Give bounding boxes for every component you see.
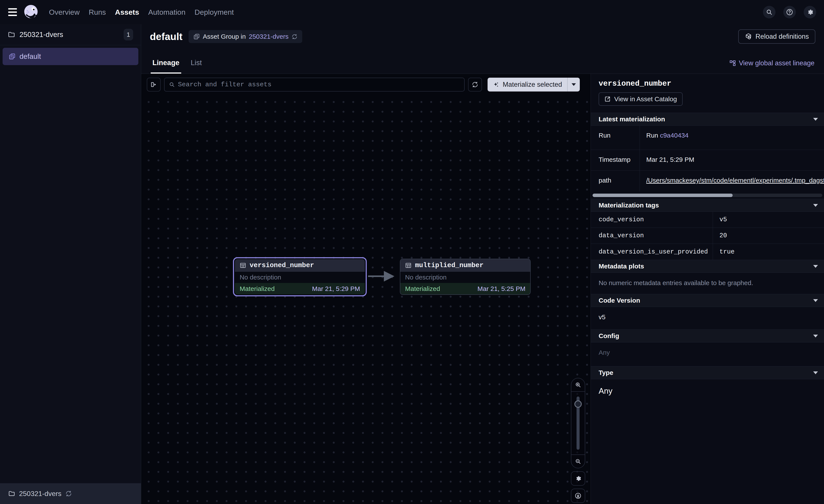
section-materialization-tags[interactable]: Materialization tags xyxy=(591,199,824,212)
view-global-asset-lineage-label: View global asset lineage xyxy=(739,59,815,67)
expand-panel-button[interactable] xyxy=(147,78,161,92)
top-nav: Overview Runs Assets Automation Deployme… xyxy=(0,0,824,24)
timestamp-row-label: Timestamp xyxy=(591,150,640,170)
nav-item-automation[interactable]: Automation xyxy=(148,8,186,16)
section-title: Latest materialization xyxy=(599,116,665,123)
sparkle-icon xyxy=(493,81,500,88)
zoom-in-icon xyxy=(575,382,581,388)
group-name: 250321-dvers xyxy=(19,30,63,39)
sidebar-item-label: default xyxy=(19,52,41,60)
materialized-status: Materialized xyxy=(240,285,275,292)
gear-icon[interactable] xyxy=(804,6,816,18)
latest-timestamp-row: Timestamp Mar 21, 5:29 PM xyxy=(591,150,824,171)
horizontal-scrollbar[interactable] xyxy=(593,194,822,197)
badge-group-link[interactable]: 250321-dvers xyxy=(249,33,288,40)
tab-list[interactable]: List xyxy=(189,52,204,74)
materialize-selected-label: Materialize selected xyxy=(503,81,562,89)
section-code-version[interactable]: Code Version xyxy=(591,294,824,307)
primary-nav: Overview Runs Assets Automation Deployme… xyxy=(49,8,234,16)
tab-lineage[interactable]: Lineage xyxy=(151,52,181,74)
badge-prefix: Asset Group in xyxy=(203,33,246,40)
zoom-in-button[interactable] xyxy=(571,378,585,392)
search-icon[interactable] xyxy=(763,6,776,18)
dagster-logo[interactable] xyxy=(23,4,39,20)
view-in-asset-catalog-label: View in Asset Catalog xyxy=(614,95,677,103)
code-version-value: v5 xyxy=(591,307,824,330)
section-metadata-plots[interactable]: Metadata plots xyxy=(591,260,824,273)
zoom-out-button[interactable] xyxy=(571,455,585,468)
section-latest-materialization[interactable]: Latest materialization xyxy=(591,113,824,126)
asset-node-versioned-number[interactable]: versioned_number No description Material… xyxy=(233,257,367,296)
page-header: default Asset Group in 250321-dvers xyxy=(141,24,824,49)
materialize-selected-button[interactable]: Materialize selected xyxy=(488,78,580,92)
scrollbar-thumb[interactable] xyxy=(593,194,733,197)
zoom-slider-thumb[interactable] xyxy=(575,400,582,408)
gear-icon xyxy=(575,475,582,482)
latest-path-row: path /Users/smackesey/stm/code/elementl/… xyxy=(591,171,824,192)
nav-item-overview[interactable]: Overview xyxy=(49,8,80,16)
refresh-graph-button[interactable] xyxy=(468,78,482,92)
code-location-name: 250321-dvers xyxy=(19,490,62,498)
nav-item-deployment[interactable]: Deployment xyxy=(195,8,234,16)
path-link[interactable]: /Users/smackesey/stm/code/elementl/exper… xyxy=(646,177,824,184)
section-config[interactable]: Config xyxy=(591,330,824,343)
asset-node-description: No description xyxy=(400,272,530,283)
section-title: Type xyxy=(599,369,613,376)
sidebar-item-default[interactable]: default xyxy=(3,48,138,65)
folder-icon xyxy=(8,490,15,497)
canvas-toolbar: Materialize selected xyxy=(141,74,591,95)
tag-row: data_version 20 xyxy=(591,228,824,244)
timestamp-value: Mar 21, 5:29 PM xyxy=(640,150,824,163)
menu-icon[interactable] xyxy=(8,8,17,16)
lineage-canvas[interactable]: Materialize selected xyxy=(141,74,591,504)
search-icon xyxy=(169,82,175,88)
zoom-controls xyxy=(571,378,585,503)
table-icon xyxy=(240,262,246,269)
asset-group-icon xyxy=(9,53,16,60)
code-location-footer[interactable]: 250321-dvers xyxy=(0,483,141,504)
page-title: default xyxy=(150,31,183,42)
run-id-link[interactable]: c9a40434 xyxy=(660,132,689,139)
group-count-badge: 1 xyxy=(124,29,133,40)
view-in-asset-catalog-button[interactable]: View in Asset Catalog xyxy=(599,92,683,106)
tag-row: code_version v5 xyxy=(591,212,824,228)
tag-key: code_version xyxy=(591,212,713,228)
materialize-dropdown-caret[interactable] xyxy=(568,78,580,92)
section-title: Code Version xyxy=(599,297,640,304)
chevron-down-icon xyxy=(813,118,818,121)
graph-settings-button[interactable] xyxy=(571,471,585,486)
reload-definitions-button[interactable]: Reload definitions xyxy=(738,29,815,44)
tab-bar: Lineage List View global asset lineage xyxy=(141,49,824,74)
external-link-icon xyxy=(604,96,611,102)
metadata-plots-empty-text: No numeric metadata entries available to… xyxy=(591,273,824,294)
chevron-down-icon xyxy=(572,83,576,86)
config-value: Any xyxy=(591,343,824,366)
view-global-asset-lineage-link[interactable]: View global asset lineage xyxy=(729,59,815,67)
help-icon[interactable] xyxy=(783,6,796,18)
chevron-down-icon xyxy=(813,265,818,268)
run-row-label: Run xyxy=(591,126,640,150)
section-title: Metadata plots xyxy=(599,263,644,270)
sidebar-group-row[interactable]: 250321-dvers 1 xyxy=(0,24,141,45)
chevron-down-icon xyxy=(813,335,818,338)
asset-node-name: multiplied_number xyxy=(415,261,484,269)
nav-item-runs[interactable]: Runs xyxy=(89,8,106,16)
refresh-icon[interactable] xyxy=(292,34,298,39)
asset-search-box[interactable] xyxy=(164,78,465,92)
table-icon xyxy=(405,262,412,269)
section-type[interactable]: Type xyxy=(591,366,824,379)
materialized-timestamp[interactable]: Mar 21, 5:29 PM xyxy=(312,285,360,292)
nav-item-assets[interactable]: Assets xyxy=(115,8,139,16)
asset-group-badge[interactable]: Asset Group in 250321-dvers xyxy=(189,30,302,43)
tag-key: data_version_is_user_provided xyxy=(591,244,713,260)
asset-search-input[interactable] xyxy=(178,81,460,88)
type-value: Any xyxy=(591,379,824,404)
asset-node-description: No description xyxy=(235,272,365,283)
refresh-icon[interactable] xyxy=(66,490,72,497)
download-image-button[interactable] xyxy=(571,489,585,503)
materialized-timestamp[interactable]: Mar 21, 5:25 PM xyxy=(478,285,525,292)
graph-dotted-background[interactable] xyxy=(141,95,591,504)
section-title: Materialization tags xyxy=(599,202,659,209)
zoom-slider[interactable] xyxy=(571,392,585,455)
asset-node-multiplied-number[interactable]: multiplied_number No description Materia… xyxy=(400,259,531,295)
